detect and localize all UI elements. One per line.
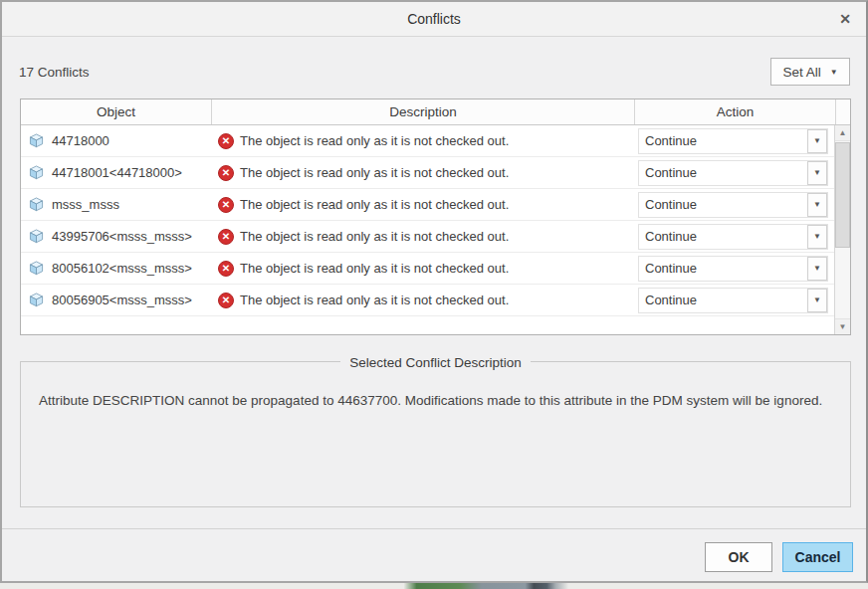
object-cell[interactable]: 43995706<msss_msss>: [21, 221, 211, 252]
conflicts-dialog: Conflicts ✕ 17 Conflicts Set All ▼ Objec…: [0, 0, 868, 583]
scroll-down-button[interactable]: ▼: [835, 318, 850, 334]
part-cube-icon: [29, 133, 44, 148]
part-cube-icon: [29, 261, 44, 276]
dialog-title: Conflicts: [2, 11, 866, 27]
set-all-label: Set All: [782, 65, 820, 80]
ok-button[interactable]: OK: [705, 542, 772, 572]
object-name: 43995706<msss_msss>: [52, 229, 192, 244]
object-cell[interactable]: 44718001<44718000>: [21, 157, 211, 188]
action-selected-value: Continue: [639, 293, 807, 307]
scroll-up-icon: ▲: [839, 128, 847, 137]
description-cell[interactable]: ✕ The object is read only as it is not c…: [211, 189, 634, 220]
action-cell: Continue ▼: [634, 253, 834, 284]
description-text: The object is read only as it is not che…: [240, 133, 509, 148]
description-text: The object is read only as it is not che…: [240, 293, 509, 307]
column-header-scroll-stub: [835, 99, 850, 124]
error-icon: ✕: [218, 229, 234, 245]
object-name: 80056905<msss_msss>: [52, 293, 192, 307]
combo-dropdown-button[interactable]: ▼: [807, 289, 827, 312]
object-cell[interactable]: msss_msss: [21, 189, 211, 220]
table-body: 44718000 ✕ The object is read only as it…: [21, 125, 834, 334]
description-cell[interactable]: ✕ The object is read only as it is not c…: [211, 125, 634, 156]
conflict-count-label: 17 Conflicts: [19, 65, 90, 80]
description-cell[interactable]: ✕ The object is read only as it is not c…: [211, 253, 634, 284]
action-selected-value: Continue: [639, 197, 807, 212]
object-cell[interactable]: 80056102<msss_msss>: [21, 253, 211, 284]
combo-dropdown-button[interactable]: ▼: [807, 129, 827, 153]
cancel-button[interactable]: Cancel: [782, 542, 853, 572]
part-cube-icon: [29, 229, 44, 244]
description-cell[interactable]: ✕ The object is read only as it is not c…: [211, 285, 634, 315]
action-combobox[interactable]: Continue ▼: [638, 224, 828, 250]
action-cell: Continue ▼: [634, 221, 834, 252]
table-row[interactable]: 80056102<msss_msss> ✕ The object is read…: [21, 253, 834, 285]
action-combobox[interactable]: Continue ▼: [638, 192, 828, 218]
column-header-object[interactable]: Object: [21, 99, 211, 124]
part-cube-icon: [29, 197, 44, 212]
part-cube-icon: [29, 293, 44, 307]
groupbox-legend: Selected Conflict Description: [21, 353, 850, 371]
close-icon: ✕: [839, 11, 851, 27]
action-cell: Continue ▼: [634, 189, 834, 220]
table-row[interactable]: 80056905<msss_msss> ✕ The object is read…: [21, 285, 834, 316]
object-name: 80056102<msss_msss>: [52, 261, 192, 276]
error-icon: ✕: [218, 293, 234, 308]
scrollbar-thumb[interactable]: [835, 142, 850, 248]
conflicts-table: Object Description Action 44718000: [20, 98, 851, 335]
scroll-up-button[interactable]: ▲: [835, 125, 850, 141]
action-combobox[interactable]: Continue ▼: [638, 160, 828, 186]
object-name: 44718000: [52, 133, 109, 148]
error-icon: ✕: [218, 197, 234, 213]
combo-dropdown-button[interactable]: ▼: [807, 193, 827, 217]
description-cell[interactable]: ✕ The object is read only as it is not c…: [211, 157, 634, 188]
object-name: 44718001<44718000>: [52, 165, 182, 180]
chevron-down-icon: ▼: [830, 67, 838, 77]
action-combobox[interactable]: Continue ▼: [638, 128, 828, 154]
description-text: The object is read only as it is not che…: [240, 261, 509, 276]
vertical-scrollbar[interactable]: ▲ ▼: [834, 125, 850, 334]
column-header-action[interactable]: Action: [634, 99, 835, 124]
set-all-button[interactable]: Set All ▼: [770, 58, 850, 86]
combo-dropdown-button[interactable]: ▼: [807, 225, 827, 249]
footer-separator: [2, 528, 866, 529]
action-combobox[interactable]: Continue ▼: [638, 288, 828, 313]
groupbox-legend-text: Selected Conflict Description: [340, 355, 531, 370]
object-cell[interactable]: 44718000: [21, 125, 211, 156]
action-cell: Continue ▼: [634, 125, 834, 156]
selected-conflict-groupbox: Selected Conflict Description Attribute …: [20, 361, 851, 507]
action-selected-value: Continue: [639, 229, 807, 244]
table-row[interactable]: 43995706<msss_msss> ✕ The object is read…: [21, 221, 834, 253]
description-text: The object is read only as it is not che…: [240, 165, 509, 180]
error-icon: ✕: [218, 261, 234, 277]
action-selected-value: Continue: [639, 165, 807, 180]
action-cell: Continue ▼: [634, 285, 834, 315]
table-header: Object Description Action: [21, 99, 850, 125]
combo-dropdown-button[interactable]: ▼: [807, 257, 827, 281]
column-header-description[interactable]: Description: [211, 99, 634, 124]
object-name: msss_msss: [52, 197, 119, 212]
action-cell: Continue ▼: [634, 157, 834, 188]
combo-dropdown-button[interactable]: ▼: [807, 161, 827, 185]
error-icon: ✕: [218, 165, 234, 181]
table-row[interactable]: 44718000 ✕ The object is read only as it…: [21, 125, 834, 157]
description-cell[interactable]: ✕ The object is read only as it is not c…: [211, 221, 634, 252]
table-row[interactable]: msss_msss ✕ The object is read only as i…: [21, 189, 834, 221]
object-cell[interactable]: 80056905<msss_msss>: [21, 285, 211, 315]
part-cube-icon: [29, 165, 44, 180]
table-row[interactable]: 44718001<44718000> ✕ The object is read …: [21, 157, 834, 189]
action-selected-value: Continue: [639, 261, 807, 276]
action-combobox[interactable]: Continue ▼: [638, 256, 828, 282]
action-selected-value: Continue: [639, 133, 807, 148]
description-text: The object is read only as it is not che…: [240, 229, 509, 244]
screen: Conflicts ✕ 17 Conflicts Set All ▼ Objec…: [0, 0, 868, 589]
error-icon: ✕: [218, 133, 234, 149]
dialog-titlebar: Conflicts ✕: [2, 2, 866, 37]
scroll-down-icon: ▼: [839, 322, 847, 331]
description-text: The object is read only as it is not che…: [240, 197, 509, 212]
close-button[interactable]: ✕: [834, 8, 856, 30]
